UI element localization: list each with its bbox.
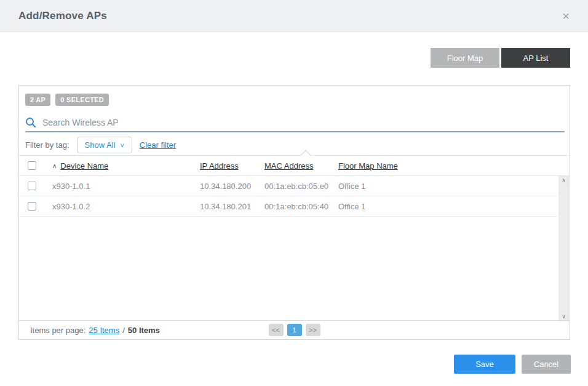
cell-ip-address: 10.34.180.201	[200, 202, 264, 211]
dialog-title: Add/Remove APs	[18, 10, 107, 22]
row-checkbox[interactable]	[28, 182, 36, 190]
tab-ap-list[interactable]: AP List	[501, 48, 570, 68]
tab-floor-map[interactable]: Floor Map	[431, 48, 499, 68]
search-icon	[25, 117, 36, 128]
close-icon[interactable]: ×	[562, 10, 570, 22]
row-checkbox[interactable]	[28, 202, 36, 211]
cell-device-name: x930-1.0.1	[52, 182, 200, 191]
column-device-name[interactable]: Device Name	[60, 161, 108, 171]
selected-count-badge: 0 SELECTED	[55, 94, 109, 106]
table-row[interactable]: x930-1.0.2 10.34.180.201 00:1a:eb:cb:05:…	[19, 196, 557, 217]
cell-mac-address: 00:1a:eb:cb:05:40	[264, 202, 338, 211]
pagination: << 1 >>	[269, 324, 320, 336]
items-separator: /	[122, 326, 125, 335]
filter-by-tag-label: Filter by tag:	[25, 140, 70, 150]
select-all-checkbox[interactable]	[28, 161, 36, 170]
prev-page-button[interactable]: <<	[269, 324, 284, 336]
items-per-page-label: Items per page:	[30, 326, 85, 335]
sort-ascending-icon[interactable]: ∧	[52, 163, 57, 169]
cell-device-name: x930-1.0.2	[52, 202, 200, 211]
clear-filter-link[interactable]: Clear filter	[140, 140, 176, 150]
next-page-button[interactable]: >>	[306, 324, 320, 336]
search-input[interactable]	[42, 118, 565, 127]
items-per-page: Items per page: 25 Items / 50 Items	[30, 326, 160, 335]
count-badges: 2 AP 0 SELECTED	[25, 94, 109, 106]
filter-bar: Filter by tag: Show All ˅ Clear filter	[19, 135, 570, 156]
dialog-titlebar: Add/Remove APs ×	[0, 0, 588, 32]
table-body: x930-1.0.1 10.34.180.200 00:1a:eb:cb:05:…	[19, 176, 557, 217]
dialog-actions: Save Cancel	[454, 355, 571, 374]
cell-ip-address: 10.34.180.200	[200, 182, 264, 191]
vertical-scrollbar[interactable]: ∧ ∨	[558, 176, 569, 321]
cancel-button[interactable]: Cancel	[522, 355, 571, 374]
search-bar	[25, 114, 565, 132]
scroll-down-icon[interactable]: ∨	[562, 314, 566, 320]
table-header: ∧ Device Name IP Address MAC Address Flo…	[19, 156, 570, 176]
tag-filter-value: Show All	[85, 140, 116, 150]
column-mac-address[interactable]: MAC Address	[264, 161, 338, 171]
ap-count-badge: 2 AP	[25, 94, 50, 106]
chevron-down-icon: ˅	[120, 142, 124, 149]
table-footer: Items per page: 25 Items / 50 Items << 1…	[19, 320, 570, 339]
view-tabs: Floor Map AP List	[431, 48, 570, 68]
column-floor-map-name[interactable]: Floor Map Name	[338, 161, 570, 171]
cell-mac-address: 00:1a:eb:cb:05:e0	[264, 182, 338, 191]
scroll-up-icon[interactable]: ∧	[562, 178, 566, 183]
cell-floor-map-name: Office 1	[338, 202, 557, 211]
save-button[interactable]: Save	[454, 355, 515, 374]
ap-list-panel: 2 AP 0 SELECTED Filter by tag: Show All …	[18, 85, 570, 340]
tag-filter-dropdown[interactable]: Show All ˅	[77, 137, 132, 153]
total-items-label: 50 Items	[128, 326, 160, 335]
page-size-link[interactable]: 25 Items	[89, 326, 119, 335]
cell-floor-map-name: Office 1	[338, 182, 557, 191]
table-row[interactable]: x930-1.0.1 10.34.180.200 00:1a:eb:cb:05:…	[19, 176, 557, 196]
column-ip-address[interactable]: IP Address	[200, 161, 264, 171]
current-page-button[interactable]: 1	[287, 324, 302, 336]
